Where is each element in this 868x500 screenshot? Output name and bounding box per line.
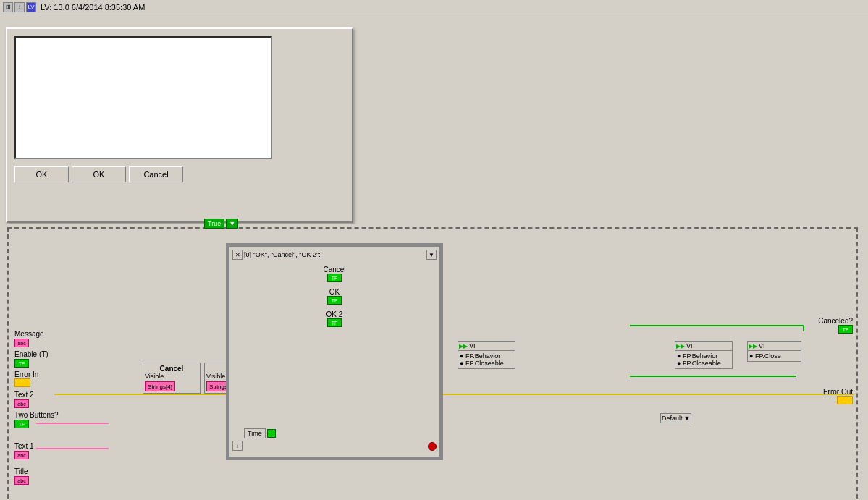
dialog-window: OK OK Cancel xyxy=(6,27,353,223)
twobuttons-label: Two Buttons? xyxy=(14,411,59,419)
titlebar-icon-group: ⊞ ↕ LV xyxy=(3,2,36,12)
icon1: ⊞ xyxy=(3,2,13,12)
inner-dialog-menu-btn[interactable]: ▼ xyxy=(426,250,437,260)
text2-group: Text 2 abc xyxy=(14,391,34,408)
vi5-arrow-icon: ▶▶ xyxy=(749,343,757,349)
vi-block-4-header: ▶▶ VI xyxy=(675,342,732,351)
error-out-group: Error Out xyxy=(823,388,853,404)
stop-button[interactable] xyxy=(428,442,437,451)
message-label: Message xyxy=(14,330,44,338)
inner-dialog-content: Cancel TF OK TF OK 2 xyxy=(229,263,439,336)
canceled-terminal: TF xyxy=(838,325,853,334)
titlebar: ⊞ ↕ LV LV: 13.0 6/4/2014 8:35:30 AM xyxy=(0,0,868,14)
enable-label: Enable (T) xyxy=(14,350,49,358)
default-label: Default xyxy=(662,415,683,422)
dialog-cancel-button[interactable]: Cancel xyxy=(129,166,183,182)
ok2-inner-label: OK 2 xyxy=(232,310,437,318)
vi-block-4: ▶▶ VI ● FP.Behavior ● FP.Closeable xyxy=(675,341,733,369)
title-group: Title abc xyxy=(14,467,29,485)
cancel-section: Cancel Visible Strings[4] xyxy=(143,363,201,394)
ok-tf-box: TF xyxy=(327,296,342,305)
default-dropdown-arrow: ▼ xyxy=(684,415,691,422)
vi-block-4-body: ● FP.Behavior ● FP.Closeable xyxy=(675,351,732,368)
main-area: OK OK Cancel True xyxy=(0,14,868,500)
ok2-tf-box: TF xyxy=(327,318,342,327)
true-dropdown[interactable]: ▼ xyxy=(226,219,238,229)
inner-dialog-titlebar: ✕ [0] "OK", "Cancel", "OK 2": ▼ xyxy=(229,247,439,263)
outer-container: True ▼ Message abc Enable (T) TF Error I… xyxy=(7,227,858,500)
text1-terminal: abc xyxy=(14,451,29,459)
ok-inner-group: OK TF xyxy=(232,288,437,305)
canceled-label: Canceled? xyxy=(818,317,853,325)
time-group: Time xyxy=(244,428,276,438)
message-terminal: abc xyxy=(14,339,29,347)
right-fp-closeable-row: ● FP.Closeable xyxy=(677,360,730,367)
vi-block-3-body: ● FP.Behavior ● FP.Closeable xyxy=(458,351,515,368)
titlebar-text: LV: 13.0 6/4/2014 8:35:30 AM xyxy=(41,3,145,12)
dialog-button-group: OK OK Cancel xyxy=(14,166,345,182)
vi-block-3: ▶▶ VI ● FP.Behavior ● FP.Closeable xyxy=(458,341,515,369)
vi-block-3-header: ▶▶ VI xyxy=(458,342,515,351)
title-label: Title xyxy=(14,467,29,475)
inner-dialog-close-btn[interactable]: ✕ xyxy=(232,250,243,260)
true-selector: True ▼ xyxy=(204,219,238,229)
text2-label: Text 2 xyxy=(14,391,34,399)
error-in-terminal xyxy=(14,378,30,387)
inner-dialog-block: ✕ [0] "OK", "Cancel", "OK 2": ▼ Cancel T… xyxy=(226,243,443,460)
vi-fpclose-body: ● FP.Close xyxy=(748,351,801,361)
cancel-tf-box: TF xyxy=(327,274,342,282)
text2-terminal: abc xyxy=(14,399,29,408)
vi-label-3: VI xyxy=(469,342,476,349)
error-in-group: Error In xyxy=(14,370,38,387)
title-terminal: abc xyxy=(14,476,29,485)
twobuttons-group: Two Buttons? TF xyxy=(14,411,59,428)
inner-fp-closeable-row: ● FP.Closeable xyxy=(460,360,513,367)
text1-label: Text 1 xyxy=(14,442,34,450)
enable-terminal: TF xyxy=(14,359,29,368)
true-label: True xyxy=(204,219,224,229)
strings4-cancel: Strings[4] xyxy=(145,381,198,391)
message-group: Message abc xyxy=(14,330,44,347)
inner-dialog-selector-text: [0] "OK", "Cancel", "OK 2": xyxy=(244,251,425,258)
error-out-terminal xyxy=(837,396,853,404)
icon3: LV xyxy=(26,2,36,12)
info-button[interactable]: i xyxy=(232,441,243,451)
vi-label-5: VI xyxy=(759,342,765,349)
ok-inner-label: OK xyxy=(232,288,437,296)
icon2: ↕ xyxy=(14,2,25,12)
vi3-arrow-icon: ▶▶ xyxy=(459,343,468,349)
vi-label-4: VI xyxy=(686,342,693,349)
cancel-inner-group: Cancel TF xyxy=(232,266,437,282)
dialog-ok2-button[interactable]: OK xyxy=(72,166,126,182)
time-indicator xyxy=(267,429,276,438)
vi4-arrow-icon: ▶▶ xyxy=(676,343,685,349)
time-label: Time xyxy=(244,428,266,438)
vi-block-fpclose: ▶▶ VI ● FP.Close xyxy=(747,341,801,362)
fp-close-row: ● FP.Close xyxy=(749,352,799,360)
enable-group: Enable (T) TF xyxy=(14,350,49,368)
error-in-label: Error In xyxy=(14,370,38,378)
text1-group: Text 1 abc xyxy=(14,442,34,459)
error-out-label: Error Out xyxy=(823,388,853,396)
dialog-ok1-button[interactable]: OK xyxy=(14,166,69,182)
block-diagram: True ▼ Message abc Enable (T) TF Error I… xyxy=(0,224,868,500)
twobuttons-terminal: TF xyxy=(14,420,29,428)
canceled-group: Canceled? TF xyxy=(818,317,853,334)
default-dropdown[interactable]: Default ▼ xyxy=(660,413,691,423)
ok2-inner-group: OK 2 TF xyxy=(232,310,437,327)
dialog-content-area xyxy=(14,36,272,159)
cancel-inner-label: Cancel xyxy=(232,266,437,274)
inner-fp-behavior-row: ● FP.Behavior xyxy=(460,352,513,360)
vi-fpclose-header: ▶▶ VI xyxy=(748,342,801,351)
right-fp-behavior-row: ● FP.Behavior xyxy=(677,352,730,360)
cancel-section-label: Cancel xyxy=(145,365,198,373)
visible-row-cancel: Visible xyxy=(145,373,198,380)
